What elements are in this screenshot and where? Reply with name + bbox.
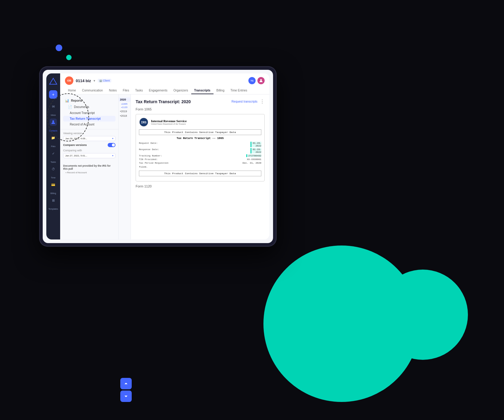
- documents-icon: 📄: [68, 105, 72, 109]
- sidebar-item-inbox[interactable]: ✉ Inbox: [50, 103, 57, 116]
- dropdown-icon[interactable]: ▾: [94, 79, 95, 83]
- record-of-account-label: Record of Account: [70, 123, 94, 126]
- year-2020[interactable]: 2020: [119, 97, 131, 102]
- sidebar-item-tasks[interactable]: ✓ Tasks: [50, 150, 57, 163]
- not-provided-section: Documents not provided by the IRS for th…: [60, 161, 118, 176]
- header-top: OB 0114 biz ▾ 🏢 Client TS: [65, 76, 265, 85]
- tax-return-transcript-item[interactable]: Tax Return Transcript: [63, 116, 115, 122]
- comparing-with-label: Comparing with: [63, 149, 115, 152]
- reports-label: Reports: [71, 99, 82, 102]
- year-navigation: 2020 •1065 •1120 •2019 •2018: [119, 94, 131, 239]
- tab-files[interactable]: Files: [120, 87, 132, 94]
- form-1120-label: Form 1120: [136, 184, 265, 188]
- app-sidebar: + ✉ Inbox Contacts 📁 Files ✓ Tasks ⏱: [46, 73, 60, 239]
- sidebar-add-button[interactable]: +: [49, 90, 57, 99]
- form-label: Form 1065: [136, 107, 265, 111]
- scroll-up-button[interactable]: [120, 378, 132, 389]
- svg-text:IRS: IRS: [141, 121, 146, 124]
- compare-toggle[interactable]: [108, 143, 115, 147]
- viewing-version-value: Jan 28, 2022, 4:09...: [65, 137, 87, 140]
- tracking-row: Tracking Number: 272780482: [139, 154, 261, 157]
- sidebar-label-inbox: Inbox: [51, 114, 56, 116]
- sidebar-item-billing[interactable]: 💳 Billing: [50, 181, 57, 194]
- tracking-value: 272780482: [246, 154, 261, 157]
- account-transcript-label: Account Transcript: [70, 111, 95, 115]
- sidebar-item-contacts[interactable]: Contacts: [49, 119, 57, 132]
- avatar-ts: TS: [248, 77, 256, 84]
- app-logo: [49, 77, 57, 85]
- comparing-with-value: Jan 27, 2022, 5:01...: [65, 154, 87, 157]
- request-date-row: Request Date: 01-28-2022: [139, 142, 261, 147]
- tablet-frame: + ✉ Inbox Contacts 📁 Files ✓ Tasks ⏱: [39, 66, 277, 247]
- form-1120-nav[interactable]: •1120: [119, 106, 131, 109]
- viewing-version-select[interactable]: Jan 28, 2022, 4:09... ▾: [63, 136, 115, 141]
- client-info: OB 0114 biz ▾ 🏢 Client: [65, 76, 111, 85]
- documents-item[interactable]: 📄 Documents: [63, 104, 115, 110]
- right-area: 2020 •1065 •1120 •2019 •2018 Tax Return …: [119, 94, 269, 239]
- sidebar-item-files[interactable]: 📁 Files: [50, 134, 57, 147]
- version-section: Viewing version Jan 28, 2022, 4:09... ▾ …: [60, 129, 118, 161]
- viewing-version-label: Viewing version: [63, 132, 115, 135]
- period-value: Dec. 31, 2020: [243, 162, 261, 164]
- response-date-value: 01-28-2022: [250, 148, 261, 153]
- form-1065-nav[interactable]: •1065: [119, 102, 131, 106]
- filed-text: filed.: [139, 165, 261, 168]
- header-actions: TS: [248, 77, 265, 84]
- tab-transcripts[interactable]: Transcripts: [191, 87, 214, 94]
- request-transcripts-button[interactable]: Request transcripts: [232, 100, 257, 103]
- tab-communication[interactable]: Communication: [79, 87, 106, 94]
- sensitive-banner-bottom: This Product Contains Sensitive Taxpayer…: [139, 171, 261, 176]
- main-content: OB 0114 biz ▾ 🏢 Client TS: [60, 73, 269, 239]
- year-2019[interactable]: •2019: [119, 109, 131, 114]
- tab-organizers[interactable]: Organizers: [171, 87, 191, 94]
- client-tag: 🏢 Client: [98, 79, 112, 82]
- version-select-icon: ▾: [112, 137, 113, 140]
- period-key: Tax Period Requested:: [139, 162, 169, 164]
- account-transcript-item[interactable]: Account Transcript: [63, 110, 115, 116]
- tab-notes[interactable]: Notes: [106, 87, 120, 94]
- sidebar-label-time: Time: [51, 177, 55, 179]
- bg-teal-circle-small: [378, 270, 468, 360]
- tab-engagements[interactable]: Engagements: [146, 87, 171, 94]
- request-date-value: 01-28-2022: [250, 142, 261, 147]
- client-name: 0114 biz: [76, 79, 91, 83]
- irs-header: IRS Internal Revenue Service United Stat…: [139, 117, 261, 127]
- dot-teal-decoration: [66, 55, 72, 60]
- irs-subtitle: United States Department of the Treasury: [151, 123, 187, 125]
- comparing-with-select[interactable]: Jan 27, 2022, 5:01... ▾: [63, 153, 115, 158]
- reports-header: 📊 Reports: [63, 97, 115, 104]
- reports-icon: 📊: [65, 99, 69, 103]
- transcript-actions: Request transcripts ⋮: [232, 99, 265, 104]
- sidebar-item-templates[interactable]: ⊞ Templates: [48, 197, 58, 210]
- content-body: 📊 Reports 📄 Documents Account Transcript…: [60, 94, 269, 239]
- sidebar-item-time[interactable]: ⏱ Time: [50, 165, 57, 179]
- irs-title-main: Internal Revenue Service: [151, 119, 187, 123]
- not-provided-item-1: • Record of Account: [63, 171, 115, 174]
- tab-time-entries[interactable]: Time Entries: [227, 87, 250, 94]
- sidebar-label-files: Files: [51, 145, 56, 147]
- sidebar-label-billing: Billing: [51, 192, 56, 194]
- tab-home[interactable]: Home: [65, 87, 79, 94]
- svg-point-1: [52, 120, 54, 122]
- tab-billing[interactable]: Billing: [214, 87, 228, 94]
- tab-tasks[interactable]: Tasks: [132, 87, 146, 94]
- navigation-arrows: [120, 378, 132, 402]
- tin-key: TIN Provided:: [139, 158, 158, 161]
- request-date-key: Request Date:: [139, 142, 158, 147]
- transcript-fields: Request Date: 01-28-2022 Response Date: …: [139, 142, 261, 164]
- scroll-down-button[interactable]: [120, 391, 132, 402]
- transcript-panel: Tax Return Transcript: 2020 Request tran…: [131, 94, 269, 239]
- documents-label: Documents: [74, 105, 89, 109]
- comparing-select-icon: ▾: [112, 154, 113, 157]
- tin-value: XX-XXX0001: [247, 158, 261, 161]
- sidebar-label-tasks: Tasks: [51, 161, 56, 163]
- tax-return-transcript-label: Tax Return Transcript: [70, 117, 101, 120]
- left-panel: 📊 Reports 📄 Documents Account Transcript…: [60, 94, 119, 239]
- transcript-title: Tax Return Transcript: 2020: [136, 99, 191, 104]
- svg-point-2: [260, 79, 262, 81]
- more-options-button[interactable]: ⋮: [260, 99, 265, 104]
- transcript-content-title: Tax Return Transcript -- 1065: [139, 137, 261, 140]
- svg-marker-0: [50, 78, 57, 84]
- record-of-account-item[interactable]: Record of Account: [63, 122, 115, 127]
- year-2018[interactable]: •2018: [119, 114, 131, 118]
